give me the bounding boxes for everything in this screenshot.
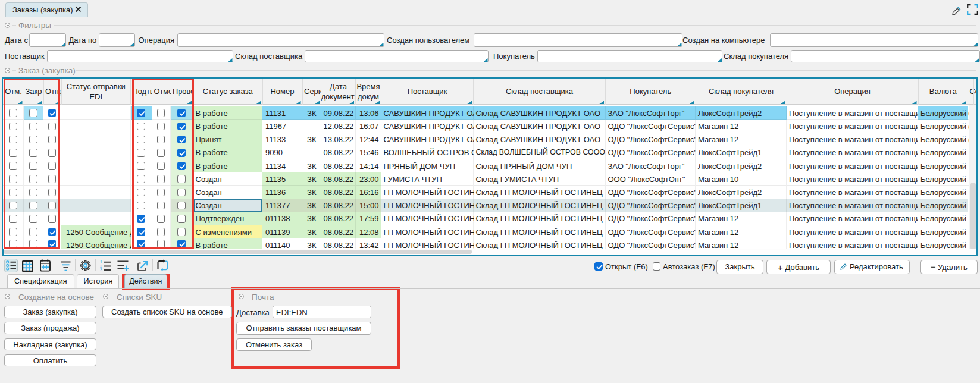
svg-text:1: 1 — [100, 260, 102, 264]
svg-text:3: 3 — [100, 268, 102, 272]
